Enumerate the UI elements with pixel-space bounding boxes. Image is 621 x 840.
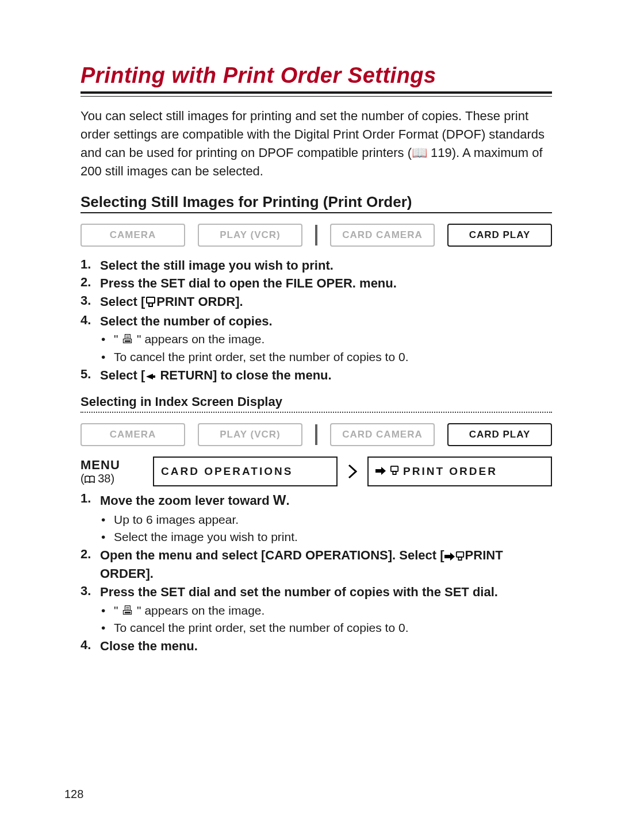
menu-path-arrow-icon xyxy=(347,457,358,486)
step-4-notes: •" 🖶 " appears on the image. •To cancel … xyxy=(80,331,552,366)
bullet-icon: • xyxy=(101,602,109,619)
mode-camera: CAMERA xyxy=(80,423,185,446)
mode-card-play: CARD PLAY xyxy=(447,224,552,247)
step-3: 3. Select [PRINT ORDR]. xyxy=(80,293,552,312)
svg-rect-6 xyxy=(458,557,461,560)
step-3: 3. Press the SET dial and set the number… xyxy=(80,584,552,601)
svg-rect-4 xyxy=(393,471,396,474)
mode-play-vcr: PLAY (VCR) xyxy=(198,224,302,247)
note-text: To cancel the print order, set the numbe… xyxy=(114,348,408,366)
bullet-icon: • xyxy=(101,528,109,546)
svg-rect-0 xyxy=(147,297,155,303)
step-3-notes: •" 🖶 " appears on the image. •To cancel … xyxy=(80,602,552,637)
step-text: Press the SET dial to open the FILE OPER… xyxy=(100,275,552,292)
menu-box-card-operations: CARD OPERATIONS xyxy=(153,457,338,486)
note-text: " 🖶 " appears on the image. xyxy=(114,331,264,348)
ref-page: 38) xyxy=(95,472,114,485)
zoom-wide-icon: W xyxy=(273,492,286,508)
step-text: Close the menu. xyxy=(100,638,552,655)
bullet-icon: • xyxy=(101,619,109,636)
step-number: 1. xyxy=(80,257,95,274)
step-number: 1. xyxy=(80,491,95,509)
note-line: •Up to 6 images appear. xyxy=(101,511,552,528)
page-number: 128 xyxy=(64,788,83,801)
step-text: Press the SET dial and set the number of… xyxy=(100,584,552,601)
mode-separator xyxy=(315,225,317,246)
book-icon xyxy=(85,473,95,486)
bullet-icon: • xyxy=(101,511,109,528)
step-text: Open the menu and select [CARD OPERATION… xyxy=(100,547,552,582)
step-text: Select the still image you wish to print… xyxy=(100,257,552,274)
go-arrow-icon xyxy=(375,465,386,478)
menu-label: MENU xyxy=(80,458,144,472)
note-text: " 🖶 " appears on the image. xyxy=(114,602,264,619)
step-text-post: RETURN] to close the menu. xyxy=(156,368,331,382)
step-number: 4. xyxy=(80,638,95,655)
svg-rect-1 xyxy=(149,303,152,306)
menu-page-ref: ( 38) xyxy=(80,472,144,486)
step-text-post: . xyxy=(286,493,289,508)
note-line: •To cancel the print order, set the numb… xyxy=(101,348,552,366)
note-text: To cancel the print order, set the numbe… xyxy=(114,619,408,636)
step-4: 4. Close the menu. xyxy=(80,638,552,655)
step-text: Move the zoom lever toward W. xyxy=(100,491,552,509)
steps-list-1: 1. Select the still image you wish to pr… xyxy=(80,257,552,385)
note-text: Up to 6 images appear. xyxy=(114,511,239,528)
step-number: 4. xyxy=(80,313,95,330)
step-2: 2. Press the SET dial to open the FILE O… xyxy=(80,275,552,292)
mode-card-camera: CARD CAMERA xyxy=(330,423,435,446)
section-heading-2: Selecting in Index Screen Display xyxy=(80,394,552,413)
ref-pre: ( xyxy=(80,472,85,485)
step-text-pre: Select [ xyxy=(100,294,145,309)
step-text-post: PRINT ORDR]. xyxy=(156,294,243,309)
menu-box-text: CARD OPERATIONS xyxy=(161,465,293,478)
note-line: •" 🖶 " appears on the image. xyxy=(101,602,552,619)
step-text: Select [ RETURN] to close the menu. xyxy=(100,367,552,385)
step-1: 1. Move the zoom lever toward W. xyxy=(80,491,552,509)
go-arrow-icon xyxy=(444,548,455,565)
manual-page: Printing with Print Order Settings You c… xyxy=(0,0,621,840)
step-number: 3. xyxy=(80,584,95,601)
print-order-icon xyxy=(145,294,156,312)
step-1: 1. Select the still image you wish to pr… xyxy=(80,257,552,274)
intro-paragraph: You can select still images for printing… xyxy=(80,107,552,181)
step-number: 3. xyxy=(80,293,95,312)
print-order-icon xyxy=(455,548,465,565)
step-text: Select [PRINT ORDR]. xyxy=(100,293,552,312)
menu-box-print-order: PRINT ORDER xyxy=(367,457,552,486)
svg-rect-5 xyxy=(456,552,463,557)
mode-selector-row-2: CAMERA PLAY (VCR) CARD CAMERA CARD PLAY xyxy=(80,423,552,446)
mode-card-camera: CARD CAMERA xyxy=(330,224,435,247)
step-number: 5. xyxy=(80,367,95,385)
section-heading-1: Selecting Still Images for Printing (Pri… xyxy=(80,193,552,213)
menu-box-text: PRINT ORDER xyxy=(403,465,497,478)
steps-list-2: 1. Move the zoom lever toward W. •Up to … xyxy=(80,491,552,655)
note-line: •Select the image you wish to print. xyxy=(101,528,552,546)
step-5: 5. Select [ RETURN] to close the menu. xyxy=(80,367,552,385)
mode-camera: CAMERA xyxy=(80,224,185,247)
mode-play-vcr: PLAY (VCR) xyxy=(198,423,302,446)
step-text-pre: Open the menu and select [CARD OPERATION… xyxy=(100,548,444,562)
bullet-icon: • xyxy=(101,348,109,366)
step-text-pre: Select [ xyxy=(100,368,145,382)
step-number: 2. xyxy=(80,547,95,582)
mode-selector-row-1: CAMERA PLAY (VCR) CARD CAMERA CARD PLAY xyxy=(80,224,552,247)
return-arrow-icon xyxy=(145,368,156,385)
menu-path-row: MENU ( 38) CARD OPERATIONS PRINT ORDER xyxy=(80,457,552,486)
note-line: •" 🖶 " appears on the image. xyxy=(101,331,552,348)
mode-card-play: CARD PLAY xyxy=(447,423,552,446)
print-order-icon xyxy=(389,465,400,478)
note-line: •To cancel the print order, set the numb… xyxy=(101,619,552,636)
step-text-pre: Move the zoom lever toward xyxy=(100,493,273,508)
note-text: Select the image you wish to print. xyxy=(114,528,298,546)
step-2: 2. Open the menu and select [CARD OPERAT… xyxy=(80,547,552,582)
title-rule xyxy=(80,91,552,97)
svg-rect-3 xyxy=(391,466,398,471)
step-4: 4. Select the number of copies. xyxy=(80,313,552,330)
mode-separator xyxy=(315,424,317,445)
page-title: Printing with Print Order Settings xyxy=(80,63,552,88)
step-1-notes: •Up to 6 images appear. •Select the imag… xyxy=(80,511,552,546)
step-text: Select the number of copies. xyxy=(100,313,552,330)
bullet-icon: • xyxy=(101,331,109,348)
step-number: 2. xyxy=(80,275,95,292)
